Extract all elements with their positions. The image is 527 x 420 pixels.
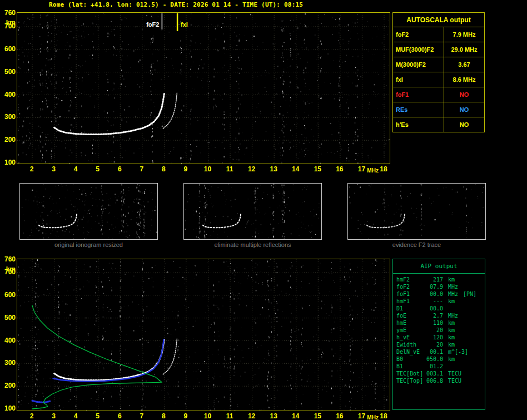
ionogram-bottom-canvas: [17, 259, 390, 411]
x-tick-label: 14: [292, 165, 299, 173]
aip-param-unit: MHz: [448, 290, 458, 298]
aip-param-label: hmF1: [396, 298, 425, 305]
autoscala-param-label: foF1: [393, 87, 444, 102]
x-tick-label: 16: [336, 412, 343, 420]
x-tick-label: 17: [358, 412, 365, 420]
aip-param-value: 120: [425, 334, 443, 341]
aip-param-unit: TECU: [448, 370, 461, 377]
y-tick-label: 600: [1, 45, 16, 53]
aip-param-label: B0: [396, 355, 425, 363]
aip-output-panel: AIP output hmF2217kmfoF207.9MHzfoF100.0M…: [392, 259, 485, 410]
aip-param-unit: km: [448, 319, 455, 327]
aip-param-value: 00.0: [425, 305, 443, 312]
autoscala-param-label: fxI: [393, 72, 444, 87]
x-tick-label: 10: [204, 165, 211, 173]
aip-row-fof2: foF207.9MHz: [393, 283, 485, 290]
aip-row-tecbot: TEC[Bot]003.1TECU: [393, 370, 485, 377]
aip-param-unit: km: [448, 334, 455, 341]
aip-row-yme: ymE20km: [393, 327, 485, 334]
aip-param-label: D1: [396, 305, 425, 312]
autoscala-row-res: REsNO: [393, 102, 484, 117]
aip-row-hmf1: hmF1---km: [393, 298, 485, 305]
x-tick-label: 8: [162, 412, 166, 420]
aip-param-label: DelN_vE: [396, 348, 425, 355]
aip-row-delnve: DelN_vE00.1m^[-3]: [393, 348, 485, 355]
x-tick-label: 4: [74, 165, 78, 173]
x-tick-label: 13: [270, 412, 277, 420]
autoscala-row-m3000f2: M(3000)F23.67: [393, 57, 484, 72]
aip-param-label: ymE: [396, 327, 425, 334]
x-tick-label: 17: [358, 165, 365, 173]
aip-row-tectop: TEC[Top]006.8TECU: [393, 377, 485, 384]
y-tick-label: 500: [1, 68, 16, 76]
aip-param-label: B1: [396, 363, 425, 370]
aip-param-unit: TECU: [448, 377, 461, 384]
aip-param-label: h_vE: [396, 334, 425, 341]
x-tick-label: 15: [314, 165, 321, 173]
aip-param-value: ---: [425, 298, 443, 305]
autoscala-param-value: NO: [444, 102, 484, 117]
autoscala-param-label: foF2: [393, 27, 444, 42]
x-tick-label: 13: [270, 165, 277, 173]
y-tick-label: 100: [1, 159, 16, 166]
x-tick-label: 4: [74, 412, 78, 420]
aip-param-value: 20: [425, 327, 443, 334]
autoscala-param-label: MUF(3000)F2: [393, 42, 444, 57]
x-tick-label: 12: [248, 165, 255, 173]
aip-param-value: 006.8: [425, 377, 443, 384]
thumbnail-caption-evidence: evidence F2 trace: [347, 241, 486, 248]
y-tick-label: 760: [1, 9, 16, 17]
thumbnail-eliminate-reflections: [183, 183, 322, 240]
x-tick-label: 14: [292, 412, 299, 420]
aip-param-unit: km: [448, 298, 455, 305]
autoscala-row-fxi: fxI8.6 MHz: [393, 72, 484, 87]
svg-text:foF2: foF2: [146, 21, 159, 28]
autoscala-rows: foF27.9 MHzMUF(3000)F229.0 MHzM(3000)F23…: [393, 27, 484, 132]
aip-row-ewidth: Ewidth20km: [393, 341, 485, 348]
aip-param-unit: km: [448, 327, 455, 334]
autoscala-row-fof2: foF27.9 MHz: [393, 27, 484, 42]
x-tick-label: 10: [204, 412, 211, 420]
autoscala-param-label: h'Es: [393, 117, 444, 132]
aip-row-d1: D100.0: [393, 305, 485, 312]
aip-param-label: foE: [396, 312, 425, 319]
aip-param-label: foF2: [396, 283, 425, 290]
autoscala-output-panel: AUTOSCALA output foF27.9 MHzMUF(3000)F22…: [392, 12, 485, 132]
y-tick-label: 760: [1, 255, 16, 263]
thumbnail-original-ionogram: [19, 183, 158, 240]
aip-param-label: TEC[Bot]: [396, 370, 425, 377]
x-tick-label: 9: [184, 165, 188, 173]
y-tick-label: 500: [1, 314, 16, 322]
aip-param-label: Ewidth: [396, 341, 425, 348]
aip-row-foe: foE2.7MHz: [393, 312, 485, 319]
ionogram-plot-bottom: [17, 259, 390, 411]
x-tick-label: 11: [226, 165, 233, 173]
aip-param-value: 050.0: [425, 355, 443, 363]
x-tick-label: 6: [118, 412, 122, 420]
aip-param-value: 07.9: [425, 283, 443, 290]
autoscala-param-value: NO: [444, 87, 484, 102]
x-tick-label: 6: [118, 165, 122, 173]
x-tick-label: 7: [140, 412, 143, 420]
thumbnail-eliminate-canvas: [184, 184, 321, 239]
x-tick-label: 18: [380, 165, 387, 173]
aip-row-b1: B101.2: [393, 363, 485, 370]
svg-text:fxI: fxI: [181, 21, 188, 28]
x-tick-label: 12: [248, 412, 255, 420]
autoscala-param-value: 29.0 MHz: [444, 42, 484, 57]
aip-rows: hmF2217kmfoF207.9MHzfoF100.0MHz[PN]hmF1-…: [393, 274, 485, 384]
x-tick-label: 8: [162, 165, 166, 173]
aip-param-unit: km: [448, 276, 455, 283]
thumbnail-evidence-canvas: [348, 184, 485, 239]
y-tick-label: 200: [1, 136, 16, 144]
aip-param-value: 217: [425, 276, 443, 283]
x-tick-label: 9: [184, 412, 188, 420]
aip-row-fof1: foF100.0MHz[PN]: [393, 290, 485, 298]
x-tick-label: 11: [226, 412, 233, 420]
y-tick-label: 300: [1, 359, 16, 367]
y-tick-label: 200: [1, 382, 16, 389]
aip-row-b0: B0050.0km: [393, 355, 485, 363]
x-tick-label: 15: [314, 412, 321, 420]
aip-row-hmf2: hmF2217km: [393, 276, 485, 283]
autoscala-header: AUTOSCALA output: [393, 13, 484, 27]
